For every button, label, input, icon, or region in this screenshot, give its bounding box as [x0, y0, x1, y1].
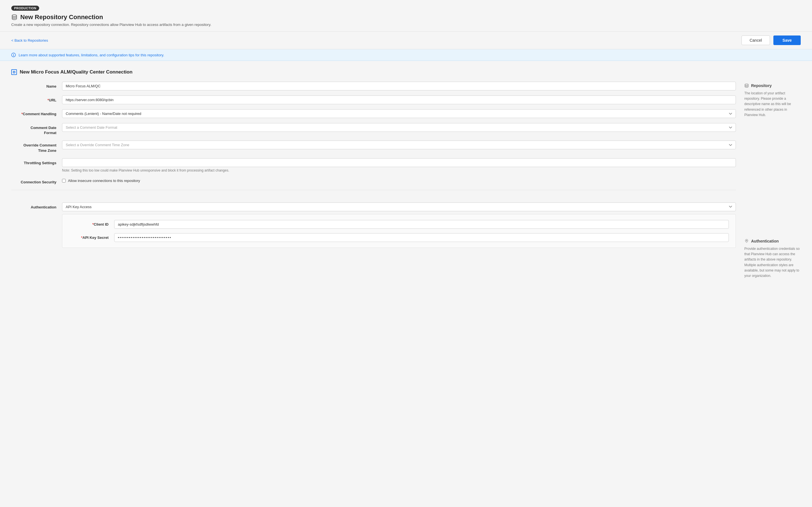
divider [11, 190, 736, 190]
repository-help-icon [744, 83, 749, 88]
name-input[interactable] [62, 82, 736, 91]
insecure-connections-checkbox[interactable] [62, 179, 66, 182]
comment-handling-field: Comments (Lenient) - Name/Date not requi… [62, 109, 736, 118]
database-icon [11, 14, 17, 20]
info-icon [11, 53, 16, 57]
comment-handling-select[interactable]: Comments (Lenient) - Name/Date not requi… [62, 109, 736, 118]
cancel-button[interactable]: Cancel [742, 36, 770, 45]
page-header: PRODUCTION New Repository Connection Cre… [0, 0, 812, 32]
throttling-label: Throttling Settings [11, 158, 62, 166]
client-id-row: *Client ID [69, 220, 729, 229]
override-comment-timezone-row: Override CommentTime Zone Select a Overr… [11, 140, 736, 153]
comment-date-format-field: Select a Comment Date Format [62, 123, 736, 132]
auth-nested: *Client ID *API Key Secret [62, 214, 736, 248]
name-row: Name [11, 82, 736, 91]
client-id-input[interactable] [114, 220, 729, 229]
insecure-connections-label[interactable]: Allow insecure connections to this repos… [68, 179, 140, 183]
authentication-label: Authentication [11, 203, 62, 210]
client-id-label: *Client ID [69, 220, 114, 226]
connection-security-label: Connection Security [11, 177, 62, 185]
comment-date-format-row: Comment DateFormat Select a Comment Date… [11, 123, 736, 135]
throttling-input[interactable] [62, 158, 736, 167]
sidebar-help: Repository The location of your artifact… [744, 69, 801, 287]
section-title-row: New Micro Focus ALM/Quality Center Conne… [11, 69, 736, 75]
comment-handling-label: *Comment Handling [11, 109, 62, 117]
connection-icon-inner [13, 71, 15, 73]
production-badge: PRODUCTION [11, 6, 39, 11]
form-section: New Micro Focus ALM/Quality Center Conne… [11, 69, 736, 287]
page-title: New Repository Connection [20, 13, 103, 21]
connection-icon [11, 69, 17, 75]
url-label: *URL [11, 96, 62, 103]
save-button[interactable]: Save [773, 36, 801, 45]
main-content: New Micro Focus ALM/Quality Center Conne… [0, 61, 812, 295]
action-bar: < Back to Repositories Cancel Save [0, 32, 812, 49]
svg-point-0 [12, 15, 17, 16]
repository-help-title: Repository [751, 83, 772, 88]
comment-date-format-label: Comment DateFormat [11, 123, 62, 135]
connection-security-field: Allow insecure connections to this repos… [62, 177, 736, 183]
comment-date-format-label-text: Comment DateFormat [31, 126, 56, 135]
override-comment-timezone-select[interactable]: Select a Override Comment Time Zone [62, 140, 736, 149]
authentication-help-text: Provide authentication credentials so th… [744, 246, 801, 279]
action-buttons: Cancel Save [742, 36, 801, 45]
override-comment-timezone-field: Select a Override Comment Time Zone [62, 140, 736, 149]
url-field [62, 96, 736, 104]
repository-help-text: The location of your artifact repository… [744, 91, 801, 118]
throttling-field: Note: Setting this too low could make Pl… [62, 158, 736, 172]
client-id-field [114, 220, 729, 229]
comment-date-format-select[interactable]: Select a Comment Date Format [62, 123, 736, 132]
authentication-help-block: Authentication Provide authentication cr… [744, 239, 801, 279]
api-key-secret-field [114, 233, 729, 242]
authentication-help-icon [744, 239, 749, 243]
repository-help-title-row: Repository [744, 83, 801, 88]
connection-security-row: Connection Security Allow insecure conne… [11, 177, 736, 185]
throttling-note: Note: Setting this too low could make Pl… [62, 168, 736, 172]
repository-help-block: Repository The location of your artifact… [744, 83, 801, 118]
info-banner: Learn more about supported features, lim… [0, 49, 812, 61]
override-comment-timezone-label-text: Override CommentTime Zone [23, 143, 56, 152]
authentication-help-title-row: Authentication [744, 239, 801, 243]
insecure-checkbox-row: Allow insecure connections to this repos… [62, 177, 736, 183]
authentication-row: Authentication API Key Access *Client ID [11, 203, 736, 248]
authentication-field: API Key Access *Client ID [62, 203, 736, 248]
url-input[interactable] [62, 96, 736, 104]
info-banner-link[interactable]: Learn more about supported features, lim… [18, 53, 164, 57]
auth-section: Authentication API Key Access *Client ID [11, 197, 736, 259]
api-key-secret-row: *API Key Secret [69, 233, 729, 242]
comment-handling-row: *Comment Handling Comments (Lenient) - N… [11, 109, 736, 118]
name-field [62, 82, 736, 91]
authentication-help-title: Authentication [751, 239, 779, 243]
url-row: *URL [11, 96, 736, 104]
back-link[interactable]: < Back to Repositories [11, 38, 48, 43]
page-subtitle: Create a new repository connection. Repo… [11, 22, 801, 27]
section-title: New Micro Focus ALM/Quality Center Conne… [20, 69, 133, 75]
authentication-select[interactable]: API Key Access [62, 203, 736, 211]
api-key-secret-input[interactable] [114, 233, 729, 242]
throttling-row: Throttling Settings Note: Setting this t… [11, 158, 736, 172]
name-label: Name [11, 82, 62, 89]
svg-point-2 [745, 83, 748, 85]
override-comment-timezone-label: Override CommentTime Zone [11, 140, 62, 153]
api-key-secret-label: *API Key Secret [69, 233, 114, 240]
